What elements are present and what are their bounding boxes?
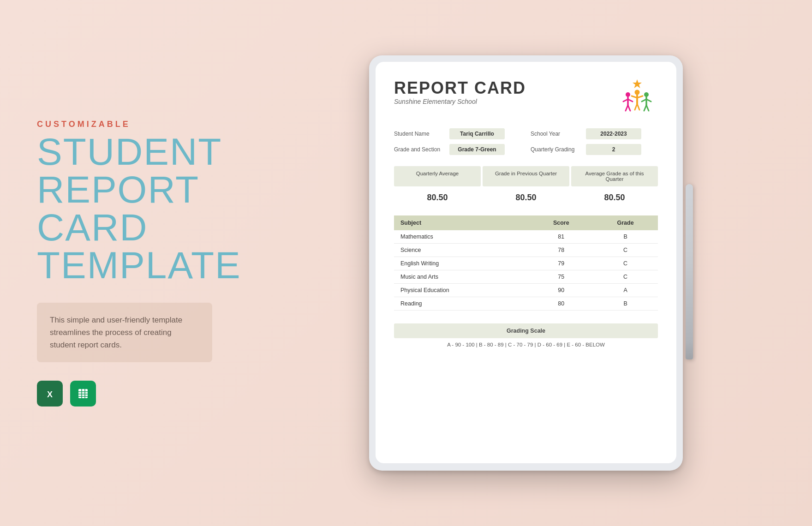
svg-line-27 (646, 105, 649, 111)
description-text: This simple and user-friendly template s… (50, 314, 199, 352)
stats-values: 80.50 80.50 80.50 (394, 189, 658, 206)
main-title: STUDENT REPORT CARD TEMPLATE (37, 133, 231, 284)
grading-scale-header: Grading Scale (394, 323, 658, 338)
table-row: Mathematics 81 B (394, 230, 658, 244)
quarterly-avg-value: 80.50 (394, 189, 481, 206)
report-subtitle: Sunshine Elementary School (394, 98, 526, 105)
svg-text:X: X (47, 390, 53, 399)
quarterly-grading-value: 2 (586, 144, 641, 155)
subject-cell: Mathematics (394, 230, 529, 244)
school-logo (616, 78, 658, 115)
stats-section: Quarterly Average Grade in Previous Quar… (394, 166, 658, 206)
sheets-icon (70, 381, 96, 406)
grade-cell: B (593, 297, 658, 311)
excel-icon: X (37, 381, 63, 406)
tablet-pen (686, 184, 693, 359)
grade-cell: A (593, 284, 658, 297)
stats-headers: Quarterly Average Grade in Previous Quar… (394, 166, 658, 186)
tablet-screen: REPORT CARD Sunshine Elementary School (376, 62, 676, 463)
svg-marker-9 (633, 79, 642, 88)
prev-quarter-header: Grade in Previous Quarter (483, 166, 569, 186)
table-row: Science 78 C (394, 244, 658, 257)
student-name-value: Tariq Carrillo (449, 128, 505, 139)
student-name-row: Student Name Tariq Carrillo (394, 128, 521, 139)
col-subject-header: Subject (394, 215, 529, 230)
score-cell: 78 (529, 244, 593, 257)
student-info-grid: Student Name Tariq Carrillo School Year … (394, 128, 658, 155)
quarterly-grading-label: Quarterly Grading (531, 146, 581, 153)
grade-cell: C (593, 244, 658, 257)
school-year-label: School Year (531, 131, 581, 137)
svg-line-15 (628, 105, 630, 111)
report-header: REPORT CARD Sunshine Elementary School (394, 78, 658, 115)
grade-cell: C (593, 270, 658, 284)
col-score-header: Score (529, 215, 593, 230)
quarterly-avg-header: Quarterly Average (394, 166, 481, 186)
subject-cell: Reading (394, 297, 529, 311)
grade-section-value: Grade 7-Green (449, 144, 505, 155)
svg-rect-3 (78, 389, 88, 398)
title-line4: TEMPLATE (37, 246, 231, 284)
table-row: Physical Education 90 A (394, 284, 658, 297)
grades-table: Subject Score Grade Mathematics 81 B Sci… (394, 215, 658, 311)
table-row: Music and Arts 75 C (394, 270, 658, 284)
prev-quarter-value: 80.50 (483, 189, 569, 206)
description-box: This simple and user-friendly template s… (37, 303, 212, 363)
tablet-frame: REPORT CARD Sunshine Elementary School (369, 55, 683, 471)
school-year-row: School Year 2022-2023 (531, 128, 658, 139)
score-cell: 75 (529, 270, 593, 284)
table-header-row: Subject Score Grade (394, 215, 658, 230)
school-year-value: 2022-2023 (586, 128, 641, 139)
logo-svg (616, 78, 658, 115)
svg-line-21 (637, 104, 639, 110)
grade-cell: B (593, 230, 658, 244)
score-cell: 81 (529, 230, 593, 244)
subject-cell: Science (394, 244, 529, 257)
report-title: REPORT CARD (394, 78, 526, 98)
subject-cell: Music and Arts (394, 270, 529, 284)
avg-this-quarter-header: Average Grade as of this Quarter (571, 166, 658, 186)
title-line1: STUDENT (37, 133, 231, 171)
grading-scale-text: A - 90 - 100 | B - 80 - 89 | C - 70 - 79… (394, 342, 658, 347)
title-line3: CARD (37, 209, 231, 246)
icons-row: X (37, 381, 231, 406)
grade-section-row: Grade and Section Grade 7-Green (394, 144, 521, 155)
avg-this-quarter-value: 80.50 (571, 189, 658, 206)
subject-cell: English Writing (394, 257, 529, 270)
grade-section-label: Grade and Section (394, 146, 445, 153)
report-title-section: REPORT CARD Sunshine Elementary School (394, 78, 526, 105)
score-cell: 90 (529, 284, 593, 297)
title-line2: REPORT (37, 171, 231, 209)
table-row: Reading 80 B (394, 297, 658, 311)
right-panel: REPORT CARD Sunshine Elementary School (258, 37, 812, 489)
customizable-label: CUSTOMIZABLE (37, 120, 231, 129)
page-container: CUSTOMIZABLE STUDENT REPORT CARD TEMPLAT… (0, 0, 812, 526)
student-name-label: Student Name (394, 131, 445, 137)
col-grade-header: Grade (593, 215, 658, 230)
left-panel: CUSTOMIZABLE STUDENT REPORT CARD TEMPLAT… (0, 0, 258, 526)
quarterly-grading-row: Quarterly Grading 2 (531, 144, 658, 155)
table-row: English Writing 79 C (394, 257, 658, 270)
subject-cell: Physical Education (394, 284, 529, 297)
score-cell: 80 (529, 297, 593, 311)
grading-scale-section: Grading Scale A - 90 - 100 | B - 80 - 89… (394, 323, 658, 347)
svg-point-16 (635, 90, 640, 95)
score-cell: 79 (529, 257, 593, 270)
grade-cell: C (593, 257, 658, 270)
